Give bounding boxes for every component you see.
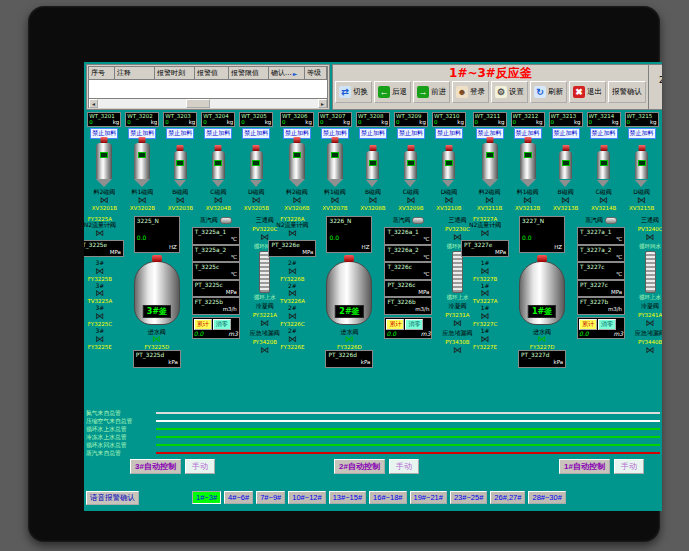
reset-button[interactable]: 消零	[213, 319, 231, 330]
inlet-valve[interactable]: 进水阀 ⋈ FY3225D	[144, 329, 169, 351]
feed-tank[interactable]	[327, 143, 343, 179]
feed-tank[interactable]	[520, 143, 536, 179]
toolbar-button[interactable]: ⚙ 设置	[491, 81, 528, 103]
feed-valve[interactable]: B磁阀 ⋈ XV3203B	[168, 189, 193, 211]
toolbar-button[interactable]: ← 后退	[374, 81, 411, 103]
steam-valve[interactable]: 蒸汽阀	[585, 216, 617, 225]
valve-icon[interactable]: ⋈	[368, 196, 377, 205]
valve-icon[interactable]: ⋈	[637, 196, 646, 205]
condenser[interactable]	[645, 251, 656, 293]
valve-icon[interactable]: ⋈	[176, 196, 185, 205]
totalize-button[interactable]: 累计	[579, 319, 597, 330]
weight-indicator[interactable]: WT_3206 0kg	[280, 112, 314, 127]
scrollbar-track[interactable]	[98, 99, 318, 108]
page-select-button[interactable]: 13#~15#	[329, 491, 366, 504]
feed-valve[interactable]: C磁阀 ⋈ XV3214B	[591, 189, 616, 211]
valve-icon[interactable]: ⋈	[646, 233, 655, 242]
instrument-box[interactable]: T_3226c ℃	[384, 262, 432, 280]
feed-tank[interactable]	[289, 143, 305, 179]
alarm-column-header[interactable]: 注释	[115, 67, 155, 80]
page-select-button[interactable]: 10#~12#	[288, 491, 325, 504]
valve-icon[interactable]: ⋈	[252, 196, 261, 205]
side-valve[interactable]: 2# ⋈ FY3226E	[280, 328, 305, 350]
feed-valve[interactable]: 料2磁阀 ⋈ XV3201B	[92, 189, 117, 211]
valve-icon[interactable]: ⋈	[481, 312, 490, 321]
valve-icon[interactable]: ⋈	[523, 196, 532, 205]
instrument-box[interactable]: FT_3225b m3/h	[192, 297, 240, 315]
toolbar-button[interactable]: ✖ 退出	[569, 81, 606, 103]
alarm-column-header[interactable]: 报警限值	[229, 67, 269, 80]
valve-icon[interactable]: ⋈	[288, 335, 297, 344]
feed-tank[interactable]	[250, 151, 263, 179]
toolbar-button[interactable]: ⇄ 切换	[335, 81, 372, 103]
bottom-pressure-indicator[interactable]: PT_3227d kPa	[518, 350, 566, 368]
side-valve[interactable]: 2# ⋈ FY3226C	[280, 305, 305, 327]
feed-tank[interactable]	[482, 143, 498, 179]
valve-icon[interactable]: ⋈	[95, 267, 104, 276]
weight-indicator[interactable]: WT_3213 0kg	[549, 112, 583, 127]
feed-valve[interactable]: D磁阀 ⋈ XV3210B	[436, 189, 461, 211]
valve-icon[interactable]: ⋈	[292, 196, 301, 205]
n2-flow-valve[interactable]: FY3227A N2流量计阀 ⋈	[469, 216, 501, 238]
reset-button[interactable]: 消零	[598, 319, 616, 330]
page-select-button[interactable]: 7#~9#	[256, 491, 285, 504]
weight-indicator[interactable]: WT_3215 0kg	[625, 112, 659, 127]
instrument-box[interactable]: T_3225a_2 ℃	[192, 245, 240, 263]
instrument-box[interactable]: T_3227a_2 ℃	[577, 245, 625, 263]
side-valve[interactable]: 2# ⋈ FY3226B	[280, 260, 305, 282]
valve-icon[interactable]: ⋈	[138, 196, 147, 205]
side-valve[interactable]: 1# ⋈ FY3227E	[473, 328, 498, 350]
feed-tank[interactable]	[559, 151, 572, 179]
feed-valve[interactable]: 料2磁阀 ⋈ XV3211B	[477, 189, 502, 211]
toolbar-button[interactable]: ☻ 登录	[452, 81, 489, 103]
instrument-box[interactable]: PT_3225c MPa	[192, 280, 240, 298]
feed-valve[interactable]: B磁阀 ⋈ XV3208B	[360, 189, 385, 211]
feed-valve[interactable]: D磁阀 ⋈ XV3205B	[244, 189, 269, 211]
instrument-box[interactable]: T_3227c ℃	[577, 262, 625, 280]
bottom-pressure-indicator[interactable]: PT_3225d kPa	[133, 350, 181, 368]
weight-indicator[interactable]: WT_3205 0kg	[239, 112, 273, 127]
valve-icon[interactable]: ⋈	[481, 229, 490, 238]
auto-control-button[interactable]: 3#自动控制	[130, 459, 181, 474]
instrument-box[interactable]: T_3225a_1 ℃	[192, 227, 240, 245]
weight-indicator[interactable]: WT_3209 0kg	[394, 112, 428, 127]
alarm-column-header[interactable]: 序号	[89, 67, 115, 80]
valve-icon[interactable]: ⋈	[646, 346, 655, 355]
valve-icon[interactable]: ⋈	[288, 312, 297, 321]
inlet-valve[interactable]: 进水阀 ⋈ FY3226D	[337, 329, 362, 351]
instrument-box[interactable]: PT_3226c MPa	[384, 280, 432, 298]
feed-tank[interactable]	[404, 151, 417, 179]
side-valve[interactable]: 3# ⋈ TV3225A	[87, 283, 112, 305]
agitator-indicator[interactable]: 3227_N 0.0 HZ	[519, 216, 565, 253]
auto-control-button[interactable]: 1#自动控制	[559, 459, 610, 474]
valve-icon[interactable]: ⋈	[288, 267, 297, 276]
totalize-button[interactable]: 累计	[194, 319, 212, 330]
weight-indicator[interactable]: WT_3204 0kg	[201, 112, 235, 127]
weight-indicator[interactable]: WT_3203 0kg	[163, 112, 197, 127]
toolbar-button[interactable]: ↻ 刷新	[530, 81, 567, 103]
feed-tank[interactable]	[174, 151, 187, 179]
reactor-vessel[interactable]: 1#釜	[519, 261, 565, 325]
weight-indicator[interactable]: WT_3207 0kg	[318, 112, 352, 127]
valve-icon[interactable]: ⋈	[95, 229, 104, 238]
manual-button[interactable]: 手动	[185, 459, 215, 474]
scrollbar-thumb[interactable]	[186, 99, 210, 108]
feed-valve[interactable]: C磁阀 ⋈ XV3204B	[206, 189, 231, 211]
feed-valve[interactable]: B磁阀 ⋈ XV3213B	[553, 189, 578, 211]
pressure-indicator[interactable]: PT_3225e MPa	[84, 240, 124, 258]
page-select-button[interactable]: 4#~6#	[224, 491, 253, 504]
auto-control-button[interactable]: 2#自动控制	[334, 459, 385, 474]
manual-button[interactable]: 手动	[614, 459, 644, 474]
valve-icon[interactable]: ⋈	[95, 289, 104, 298]
feed-tank[interactable]	[366, 151, 379, 179]
feed-tank[interactable]	[597, 151, 610, 179]
weight-indicator[interactable]: WT_3211 0kg	[473, 112, 507, 127]
page-select-button[interactable]: 19#~21#	[410, 491, 447, 504]
side-valve[interactable]: 1# ⋈ FY3227B	[473, 260, 498, 282]
feed-valve[interactable]: 料2磁阀 ⋈ XV3206B	[284, 189, 309, 211]
totalize-button[interactable]: 累计	[386, 319, 404, 330]
page-select-button[interactable]: 16#~18#	[369, 491, 406, 504]
pressure-indicator[interactable]: PT_3227e MPa	[461, 240, 509, 258]
valve-icon[interactable]: ⋈	[406, 196, 415, 205]
instrument-box[interactable]: T_3226a_1 ℃	[384, 227, 432, 245]
